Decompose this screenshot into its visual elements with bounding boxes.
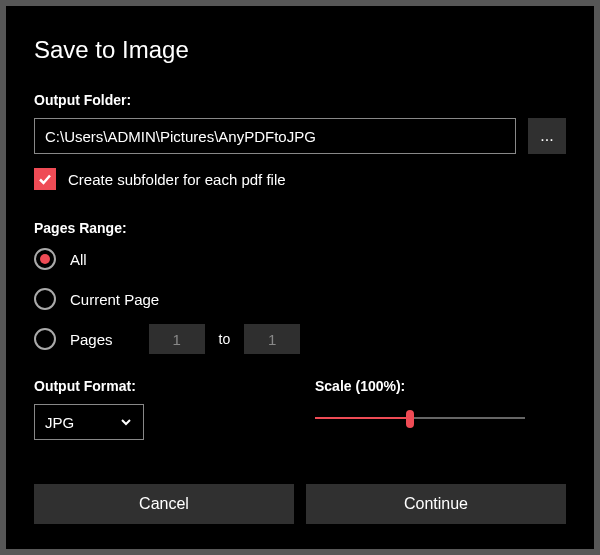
slider-thumb[interactable] [406,410,414,428]
dialog-title: Save to Image [34,36,566,64]
radio-all-label: All [70,251,87,268]
output-folder-row: ... [34,118,566,154]
subfolder-checkbox[interactable] [34,168,56,190]
output-folder-label: Output Folder: [34,92,566,108]
to-label: to [219,331,231,347]
radio-all[interactable] [34,248,56,270]
slider-fill [315,417,410,419]
check-icon [37,171,53,187]
output-format-select[interactable]: JPG [34,404,144,440]
output-format-label: Output Format: [34,378,285,394]
pages-range-group: All Current Page Pages to [34,246,566,352]
subfolder-label: Create subfolder for each pdf file [68,171,286,188]
radio-current-page[interactable] [34,288,56,310]
format-scale-row: Output Format: JPG Scale (100%): [34,378,566,440]
output-format-value: JPG [45,414,74,431]
page-to-input[interactable] [244,324,300,354]
radio-current-page-label: Current Page [70,291,159,308]
cancel-button[interactable]: Cancel [34,484,294,524]
browse-button[interactable]: ... [528,118,566,154]
pages-range-label: Pages Range: [34,220,566,236]
radio-pages[interactable] [34,328,56,350]
ellipsis-icon: ... [540,127,553,145]
radio-pages-label: Pages [70,331,113,348]
output-folder-input[interactable] [34,118,516,154]
chevron-down-icon [119,415,133,429]
scale-slider[interactable] [315,408,525,428]
scale-label: Scale (100%): [315,378,566,394]
continue-button[interactable]: Continue [306,484,566,524]
dialog-buttons: Cancel Continue [34,484,566,524]
page-from-input[interactable] [149,324,205,354]
subfolder-row: Create subfolder for each pdf file [34,168,566,190]
save-to-image-dialog: Save to Image Output Folder: ... Create … [6,6,594,549]
